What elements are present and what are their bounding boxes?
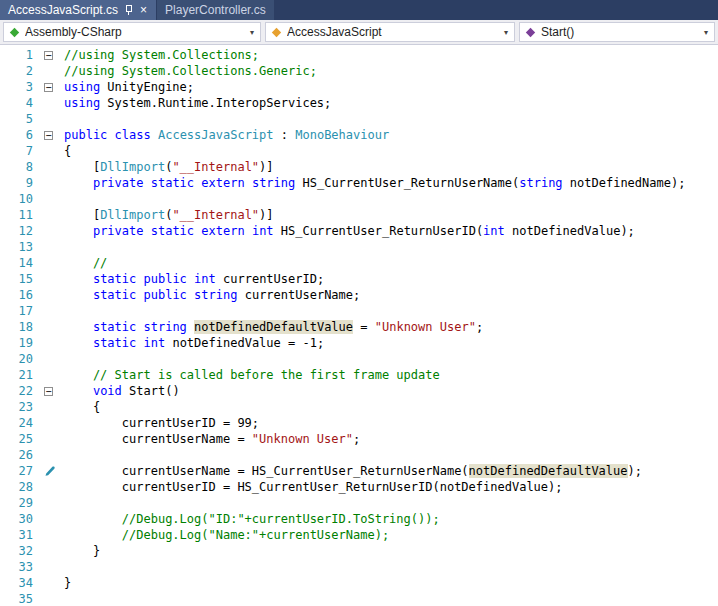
- code-line-18[interactable]: 18 static string notDefinedDefaultValue …: [0, 319, 718, 335]
- code-text: [64, 591, 718, 606]
- code-line-24[interactable]: 24 currentUserID = 99;: [0, 415, 718, 431]
- code-text: currentUserID = HS_CurrentUser_ReturnUse…: [64, 479, 718, 495]
- code-line-5[interactable]: 5: [0, 111, 718, 127]
- line-number: 15: [0, 271, 44, 287]
- code-line-32[interactable]: 32 }: [0, 543, 718, 559]
- code-line-9[interactable]: 9 private static extern string HS_Curren…: [0, 175, 718, 191]
- member-dropdown-value: Start(): [541, 25, 696, 39]
- code-text: }: [64, 543, 718, 559]
- code-text: [64, 559, 718, 575]
- code-line-25[interactable]: 25 currentUserName = "Unknown User";: [0, 431, 718, 447]
- tab-playercontroller-cs[interactable]: PlayerController.cs: [157, 0, 274, 20]
- line-number: 33: [0, 559, 44, 575]
- code-line-28[interactable]: 28 currentUserID = HS_CurrentUser_Return…: [0, 479, 718, 495]
- fold-collapse-icon[interactable]: −: [44, 383, 64, 399]
- class-icon: [271, 27, 282, 38]
- fold-gutter: [44, 559, 64, 575]
- tab-accessjavascript-cs[interactable]: AccessJavaScript.cs×: [0, 0, 156, 20]
- fold-gutter: [44, 543, 64, 559]
- line-number: 23: [0, 399, 44, 415]
- class-dropdown[interactable]: AccessJavaScript ▾: [265, 22, 515, 42]
- code-text: [64, 495, 718, 511]
- code-line-15[interactable]: 15 static public int currentUserID;: [0, 271, 718, 287]
- code-line-29[interactable]: 29: [0, 495, 718, 511]
- code-line-35[interactable]: 35: [0, 591, 718, 606]
- code-line-21[interactable]: 21 // Start is called before the first f…: [0, 367, 718, 383]
- fold-gutter: [44, 415, 64, 431]
- code-text: {: [64, 399, 718, 415]
- member-dropdown[interactable]: Start() ▾: [519, 22, 715, 42]
- tab-label: PlayerController.cs: [165, 3, 266, 17]
- code-line-13[interactable]: 13: [0, 239, 718, 255]
- fold-collapse-icon[interactable]: −: [44, 47, 64, 63]
- fold-collapse-icon[interactable]: −: [44, 79, 64, 95]
- fold-gutter: [44, 351, 64, 367]
- code-text: //Debug.Log("ID:"+currentUserID.ToString…: [64, 511, 718, 527]
- code-line-27[interactable]: 27 currentUserName = HS_CurrentUser_Retu…: [0, 463, 718, 479]
- code-line-1[interactable]: 1−//using System.Collections;: [0, 47, 718, 63]
- code-line-11[interactable]: 11 [DllImport("__Internal")]: [0, 207, 718, 223]
- code-line-6[interactable]: 6−public class AccessJavaScript : MonoBe…: [0, 127, 718, 143]
- chevron-down-icon[interactable]: ▾: [501, 28, 511, 37]
- fold-gutter: [44, 303, 64, 319]
- fold-collapse-icon[interactable]: −: [44, 127, 64, 143]
- line-number: 26: [0, 447, 44, 463]
- line-number: 19: [0, 335, 44, 351]
- code-line-14[interactable]: 14 //: [0, 255, 718, 271]
- code-text: [64, 351, 718, 367]
- code-line-7[interactable]: 7{: [0, 143, 718, 159]
- line-number: 14: [0, 255, 44, 271]
- close-icon[interactable]: ×: [139, 4, 148, 16]
- code-line-22[interactable]: 22− void Start(): [0, 383, 718, 399]
- code-text: private static extern int HS_CurrentUser…: [64, 223, 718, 239]
- line-number: 9: [0, 175, 44, 191]
- line-number: 25: [0, 431, 44, 447]
- code-line-12[interactable]: 12 private static extern int HS_CurrentU…: [0, 223, 718, 239]
- code-line-20[interactable]: 20: [0, 351, 718, 367]
- line-number: 30: [0, 511, 44, 527]
- project-dropdown[interactable]: Assembly-CSharp ▾: [3, 22, 261, 42]
- code-line-3[interactable]: 3−using UnityEngine;: [0, 79, 718, 95]
- code-line-23[interactable]: 23 {: [0, 399, 718, 415]
- code-text: //using System.Collections;: [64, 47, 718, 63]
- line-number: 4: [0, 95, 44, 111]
- line-number: 8: [0, 159, 44, 175]
- code-line-33[interactable]: 33: [0, 559, 718, 575]
- code-line-34[interactable]: 34}: [0, 575, 718, 591]
- code-text: }: [64, 575, 718, 591]
- chevron-down-icon[interactable]: ▾: [247, 28, 257, 37]
- code-line-30[interactable]: 30 //Debug.Log("ID:"+currentUserID.ToStr…: [0, 511, 718, 527]
- chevron-down-icon[interactable]: ▾: [701, 28, 711, 37]
- code-line-16[interactable]: 16 static public string currentUserName;: [0, 287, 718, 303]
- code-text: {: [64, 143, 718, 159]
- code-line-26[interactable]: 26: [0, 447, 718, 463]
- code-editor[interactable]: 1−//using System.Collections;2//using Sy…: [0, 45, 718, 606]
- code-line-8[interactable]: 8 [DllImport("__Internal")]: [0, 159, 718, 175]
- code-line-4[interactable]: 4using System.Runtime.InteropServices;: [0, 95, 718, 111]
- code-text: public class AccessJavaScript : MonoBeha…: [64, 127, 718, 143]
- code-text: //using System.Collections.Generic;: [64, 63, 718, 79]
- line-number: 32: [0, 543, 44, 559]
- code-line-31[interactable]: 31 //Debug.Log("Name:"+currentUserName);: [0, 527, 718, 543]
- code-text: [64, 303, 718, 319]
- line-number: 24: [0, 415, 44, 431]
- code-line-2[interactable]: 2//using System.Collections.Generic;: [0, 63, 718, 79]
- fold-gutter: [44, 495, 64, 511]
- line-number: 35: [0, 591, 44, 606]
- code-text: [DllImport("__Internal")]: [64, 159, 718, 175]
- line-number: 13: [0, 239, 44, 255]
- code-text: using UnityEngine;: [64, 79, 718, 95]
- code-text: static public string currentUserName;: [64, 287, 718, 303]
- csharp-project-icon: [9, 27, 20, 38]
- line-number: 34: [0, 575, 44, 591]
- fold-gutter: [44, 527, 64, 543]
- line-number: 20: [0, 351, 44, 367]
- pin-icon[interactable]: [124, 4, 133, 16]
- code-line-17[interactable]: 17: [0, 303, 718, 319]
- code-lines: 1−//using System.Collections;2//using Sy…: [0, 47, 718, 606]
- code-text: //: [64, 255, 718, 271]
- code-line-10[interactable]: 10: [0, 191, 718, 207]
- code-line-19[interactable]: 19 static int notDefinedValue = -1;: [0, 335, 718, 351]
- line-number: 5: [0, 111, 44, 127]
- code-text: void Start(): [64, 383, 718, 399]
